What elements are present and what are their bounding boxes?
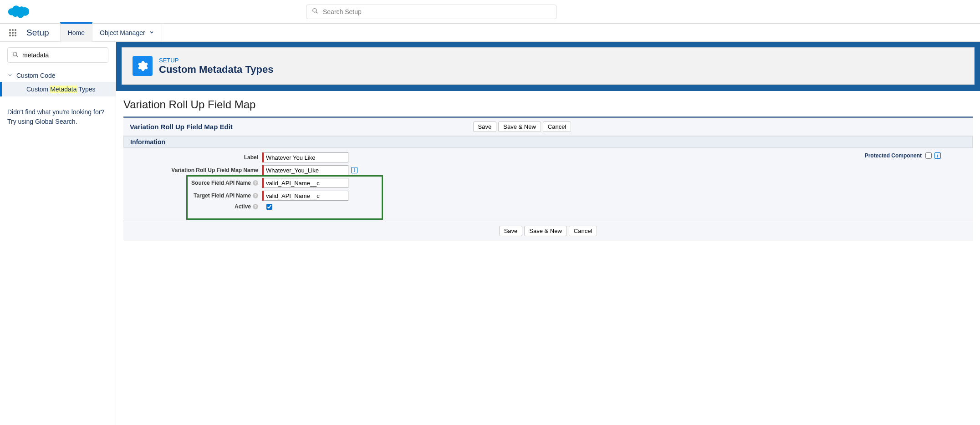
svg-point-0 xyxy=(313,9,316,12)
edit-section-title: Variation Roll Up Field Map Edit xyxy=(130,123,233,131)
global-search-input[interactable] xyxy=(323,8,551,15)
nav-bar: Setup Home Object Manager xyxy=(0,24,980,42)
chevron-down-icon xyxy=(149,29,154,36)
svg-line-1 xyxy=(316,12,318,14)
svg-point-3 xyxy=(12,29,14,31)
sidebar-item-custom-metadata-types[interactable]: Custom Metadata Types xyxy=(0,82,116,96)
svg-line-12 xyxy=(16,55,18,57)
source-field-label: Source Field API Name? xyxy=(130,180,262,186)
form-body: Protected Component i Label Variation Ro… xyxy=(123,148,973,221)
breadcrumb: SETUP xyxy=(159,57,273,64)
svg-point-2 xyxy=(9,29,11,31)
tree-node-custom-code[interactable]: Custom Code xyxy=(0,69,116,82)
help-icon[interactable]: ? xyxy=(253,204,258,209)
svg-point-4 xyxy=(15,29,16,31)
global-search[interactable] xyxy=(306,5,556,19)
name-field-label: Variation Roll Up Field Map Name xyxy=(130,167,262,173)
target-field-label: Target Field API Name? xyxy=(130,192,262,199)
record-title: Variation Roll Up Field Map xyxy=(123,98,973,111)
label-field-label: Label xyxy=(130,154,262,161)
source-field-input[interactable] xyxy=(264,178,348,188)
information-section-header: Information xyxy=(123,136,973,148)
page-header: SETUP Custom Metadata Types xyxy=(122,47,975,85)
chevron-down-icon xyxy=(7,72,13,79)
active-checkbox[interactable] xyxy=(266,204,272,210)
info-icon[interactable]: i xyxy=(934,152,941,159)
svg-point-6 xyxy=(12,32,14,34)
help-icon[interactable]: ? xyxy=(253,180,258,186)
svg-point-10 xyxy=(15,35,16,36)
info-icon[interactable]: i xyxy=(351,167,357,173)
gear-icon xyxy=(133,56,153,76)
save-button[interactable]: Save xyxy=(473,121,497,132)
svg-point-7 xyxy=(15,32,16,34)
svg-point-5 xyxy=(9,32,11,34)
global-header xyxy=(0,0,980,24)
sidebar-search-input[interactable] xyxy=(22,51,103,59)
tab-object-manager[interactable]: Object Manager xyxy=(92,24,162,42)
search-icon xyxy=(312,8,318,15)
setup-sidebar: Custom Code Custom Metadata Types Didn't… xyxy=(0,42,116,425)
svg-point-11 xyxy=(13,52,17,56)
page-title: Custom Metadata Types xyxy=(159,64,273,76)
svg-point-9 xyxy=(12,35,14,36)
search-icon xyxy=(12,51,19,59)
app-name: Setup xyxy=(26,28,49,38)
help-icon[interactable]: ? xyxy=(253,193,258,198)
protected-component-checkbox[interactable] xyxy=(925,152,932,159)
active-field-label: Active? xyxy=(130,203,262,210)
label-input[interactable] xyxy=(264,152,348,162)
sidebar-search[interactable] xyxy=(7,47,108,63)
target-field-input[interactable] xyxy=(264,191,348,201)
cancel-button[interactable]: Cancel xyxy=(543,121,571,132)
sidebar-help-text: Didn't find what you're looking for? Try… xyxy=(0,96,116,137)
save-new-button[interactable]: Save & New xyxy=(498,121,541,132)
bottom-button-bar: Save Save & New Cancel xyxy=(123,221,973,241)
svg-point-8 xyxy=(9,35,11,36)
name-input[interactable] xyxy=(264,165,348,175)
content-area: SETUP Custom Metadata Types Variation Ro… xyxy=(116,42,980,425)
edit-toolbar: Variation Roll Up Field Map Edit Save Sa… xyxy=(123,118,973,136)
save-button[interactable]: Save xyxy=(499,226,523,236)
save-new-button[interactable]: Save & New xyxy=(524,226,567,236)
protected-component-field: Protected Component i xyxy=(865,152,941,159)
app-launcher-icon[interactable] xyxy=(5,25,20,40)
protected-component-label: Protected Component xyxy=(865,152,922,159)
salesforce-logo xyxy=(5,3,33,21)
cancel-button[interactable]: Cancel xyxy=(569,226,597,236)
tab-home[interactable]: Home xyxy=(60,22,92,42)
